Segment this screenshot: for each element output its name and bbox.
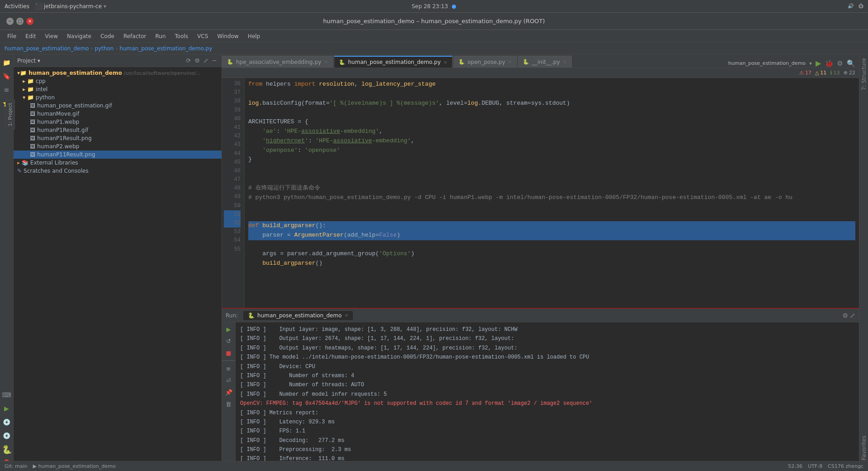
dvd2-icon[interactable]: 💿	[1, 430, 12, 441]
tree-humanp2webp[interactable]: 🖼 humanP2.webp	[14, 142, 222, 151]
breadcrumb-part2[interactable]: python	[95, 45, 114, 52]
run-stop-btn[interactable]: ■	[224, 348, 234, 358]
run-tab[interactable]: 🐍 human_pose_estimation_demo ×	[243, 311, 353, 320]
debug-button[interactable]: 🐞	[825, 59, 834, 68]
run-rerun-btn[interactable]: ↺	[224, 336, 234, 346]
run-wrap-btn[interactable]: ⏎	[224, 375, 234, 385]
tab-close-1[interactable]: ×	[324, 59, 328, 65]
run-panel: Run: 🐍 human_pose_estimation_demo × ⚙ ⤢ …	[222, 308, 859, 471]
expand-icon[interactable]: ⤢	[203, 56, 209, 65]
output-line-11: [ INFO ] Latency: 929.3 ms	[240, 418, 854, 427]
right-sidebar: 7: Structure 2: Favorites	[859, 54, 868, 471]
tree-humanp1webp[interactable]: 🖼 humanP1.webp	[14, 118, 222, 126]
code-line-44: }	[248, 155, 855, 165]
tab-open-pose[interactable]: 🐍 open_pose.py ×	[453, 56, 517, 68]
activities-label[interactable]: Activities	[5, 3, 29, 10]
run-trash-btn[interactable]: 🗑	[224, 399, 234, 409]
error-count: ⚠17	[799, 70, 811, 76]
breadcrumb-part1[interactable]: human_pose_estimation_demo	[5, 45, 89, 52]
menu-help[interactable]: Help	[244, 32, 264, 40]
warning-count: △11	[815, 70, 826, 76]
menu-file[interactable]: File	[4, 32, 20, 40]
breadcrumb-part3[interactable]: human_pose_estimation_demo.py	[120, 45, 212, 52]
project-icon[interactable]: 📁	[1, 57, 12, 68]
bookmark-icon[interactable]: 🔖	[1, 71, 12, 82]
tree-root[interactable]: ▾📁 human_pose_estimation_demo /usr/local…	[14, 69, 222, 77]
menu-edit[interactable]: Edit	[22, 32, 39, 40]
run-play-btn[interactable]: ▶	[224, 324, 234, 334]
tab-init[interactable]: 🐍 __init__.py ×	[518, 56, 572, 68]
power-icon[interactable]: ⏻	[858, 3, 863, 9]
tab-human-pose-demo[interactable]: 🐍 human_pose_estimation_demo.py ×	[334, 56, 453, 68]
run-tab-close[interactable]: ×	[344, 312, 348, 318]
tree-python[interactable]: ▾ 📁 python	[14, 93, 222, 102]
toolbar-settings[interactable]: ⚙	[837, 59, 843, 68]
code-line-38: log.basicConfig(format='[ %(levelname)s …	[248, 99, 855, 108]
menu-view[interactable]: View	[41, 32, 61, 40]
run-scroll-btn[interactable]: ≡	[224, 364, 234, 374]
sync-icon[interactable]: ⟳	[185, 56, 192, 65]
sound-icon[interactable]: 🔊	[848, 3, 854, 9]
run-button[interactable]: ▶	[815, 59, 821, 68]
py-icon-2: 🐍	[339, 59, 345, 65]
run-output[interactable]: [ INFO ] Input layer: image, shape: [1, …	[236, 322, 859, 471]
project-panel-title: Project ▾	[17, 58, 183, 64]
tree-humanp1result-gif[interactable]: 🖼 humanP1Result.gif	[14, 126, 222, 134]
pycharm-icon[interactable]: 🐍	[1, 444, 12, 455]
output-line-14: [ INFO ] Preprocessing: 2.3 ms	[240, 445, 854, 454]
output-line-2: [ INFO ] Output layer: 2674, shape: [1, …	[240, 334, 854, 343]
tree-gif1[interactable]: 🖼 human_pose_estimation.gif	[14, 102, 222, 110]
code-content[interactable]: from helpers import resolution, log_late…	[245, 78, 859, 308]
menu-tools[interactable]: Tools	[171, 32, 192, 40]
tab-close-4[interactable]: ×	[563, 59, 567, 65]
menu-window[interactable]: Window	[214, 32, 242, 40]
output-line-6: [ INFO ] Number of streams: 4	[240, 371, 854, 380]
right-sidebar-icon1[interactable]: 7: Structure	[861, 56, 867, 92]
run-pin-btn[interactable]: 📌	[224, 387, 234, 397]
settings-icon[interactable]: ⚙	[193, 56, 201, 65]
run-panel-settings[interactable]: ⚙	[842, 312, 848, 319]
tab-close-3[interactable]: ×	[508, 59, 512, 65]
tree-intel[interactable]: ▸ 📁 intel	[14, 85, 222, 93]
tab-bar: 🐍 hpe_associative_embedding.py × 🐍 human…	[222, 54, 859, 68]
folder-python-icon: ▾ 📁	[23, 94, 34, 101]
panel-close-icon[interactable]: −	[211, 56, 218, 65]
menu-refactor[interactable]: Refactor	[120, 32, 149, 40]
editor-area: 🐍 hpe_associative_embedding.py × 🐍 human…	[222, 54, 859, 471]
dvd-icon[interactable]: 💿	[1, 417, 12, 427]
code-editor[interactable]: 3637383940 4142434445 4647484950 51 52 5…	[222, 78, 859, 308]
terminal-icon[interactable]: ⌨	[1, 389, 12, 400]
tree-humanmove[interactable]: 🖼 humanMove.gif	[14, 110, 222, 118]
close-button[interactable]: ×	[26, 18, 34, 25]
line-col-indicator: 52:36	[788, 463, 803, 469]
file-humanp11result-icon: 🖼	[30, 151, 35, 158]
file-humanp1result-png-icon: 🖼	[30, 135, 35, 141]
output-line-10: [ INFO ] Metrics report:	[240, 408, 854, 418]
project-vertical-tab[interactable]: 1: Project	[5, 100, 15, 130]
search-button[interactable]: 🔍	[847, 59, 855, 68]
minimize-button[interactable]: −	[6, 18, 14, 25]
code-line-42: 'higherhrnet': 'HPE-assosiative-embeddin…	[248, 136, 855, 146]
vcs-status[interactable]: Git: main	[5, 463, 28, 469]
py-icon-4: 🐍	[523, 59, 529, 65]
maximize-button[interactable]: □	[16, 18, 24, 25]
tree-humanp11result-png[interactable]: 🖼 humanP11Result.png	[14, 151, 222, 159]
line-numbers: 3637383940 4142434445 4647484950 51 52 5…	[222, 78, 245, 308]
run-icon[interactable]: ▶	[1, 403, 12, 414]
menu-code[interactable]: Code	[97, 32, 118, 40]
menu-navigate[interactable]: Navigate	[63, 32, 95, 40]
menu-vcs[interactable]: VCS	[193, 32, 212, 40]
structure-icon[interactable]: ≡	[1, 84, 12, 95]
tab-hpe-associative[interactable]: 🐍 hpe_associative_embedding.py ×	[222, 56, 333, 68]
tree-humanp1result-png[interactable]: 🖼 humanP1Result.png	[14, 134, 222, 142]
code-line-54: args = parser.add_argument_group('Option…	[248, 249, 855, 259]
run-panel-expand[interactable]: ⤢	[850, 312, 855, 319]
code-line-39	[248, 108, 855, 117]
tree-cpp[interactable]: ▸ 📁 cpp	[14, 77, 222, 85]
tab-close-2[interactable]: ×	[444, 59, 448, 65]
tree-ext-libs[interactable]: ▸ 📚 External Libraries	[14, 159, 222, 167]
tree-scratches[interactable]: ✎ Scratches and Consoles	[14, 167, 222, 175]
output-line-1: [ INFO ] Input layer: image, shape: [1, …	[240, 325, 854, 334]
code-line-43: 'openpose': 'openpose'	[248, 146, 855, 155]
menu-run[interactable]: Run	[152, 32, 169, 40]
